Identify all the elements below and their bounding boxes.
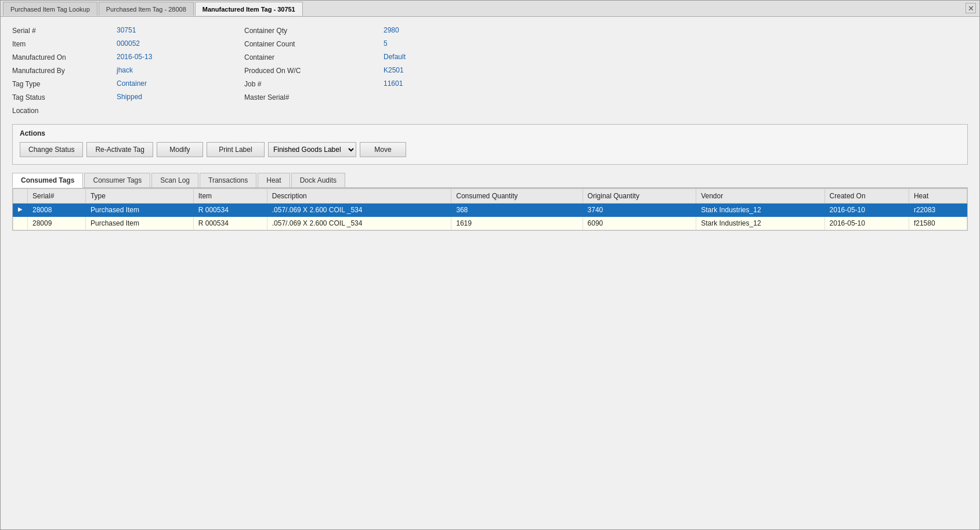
container-qty-label: Container Qty — [244, 26, 384, 35]
modify-button[interactable]: Modify — [157, 142, 203, 157]
col-heat: Heat — [909, 189, 967, 204]
col-description: Description — [267, 189, 451, 204]
tab-transactions[interactable]: Transactions — [200, 173, 256, 187]
job-label: Job # — [244, 79, 384, 88]
row-created-on: 2016-05-10 — [824, 204, 909, 217]
row-consumed-qty: 1619 — [451, 217, 583, 230]
consumed-tags-table: Serial# Type Item Description Consumed Q… — [12, 188, 968, 231]
container-count-value: 5 — [384, 39, 511, 48]
col-expand — [13, 189, 28, 204]
row-created-on: 2016-05-10 — [824, 217, 909, 230]
master-serial-label: Master Serial# — [244, 93, 384, 101]
row-expand-icon — [13, 217, 28, 230]
serial-label: Serial # — [12, 26, 117, 35]
job-value: 11601 — [384, 79, 511, 88]
container-qty-value: 2980 — [384, 26, 511, 35]
produced-on-wc-value: K2501 — [384, 66, 511, 75]
manufactured-by-value: jhack — [117, 66, 244, 75]
item-value: 000052 — [117, 39, 244, 48]
label-type-dropdown[interactable]: Finished Goods Label Other Label — [268, 142, 356, 157]
tab-manufactured-30751[interactable]: Manufactured Item Tag - 30751 — [195, 2, 303, 16]
row-heat: f21580 — [909, 217, 967, 230]
table-row[interactable]: ▶ 28008 Purchased Item R 000534 .057/.06… — [13, 204, 967, 217]
col-consumed-qty: Consumed Quantity — [451, 189, 583, 204]
row-expand-icon: ▶ — [13, 204, 28, 217]
col-type: Type — [85, 189, 193, 204]
row-item: R 000534 — [193, 204, 267, 217]
row-heat: r22083 — [909, 204, 967, 217]
tab-purchased-lookup[interactable]: Purchased Item Tag Lookup — [3, 2, 97, 16]
tab-heat[interactable]: Heat — [258, 173, 290, 187]
row-serial: 28009 — [28, 217, 86, 230]
actions-buttons: Change Status Re-Activate Tag Modify Pri… — [20, 142, 960, 157]
serial-value: 30751 — [117, 26, 244, 35]
row-serial: 28008 — [28, 204, 86, 217]
row-type: Purchased Item — [85, 204, 193, 217]
change-status-button[interactable]: Change Status — [20, 142, 83, 157]
field-grid: Serial # 30751 Container Qty 2980 Item 0… — [12, 26, 968, 115]
tab-purchased-28008[interactable]: Purchased Item Tag - 28008 — [99, 2, 194, 16]
container-count-label: Container Count — [244, 39, 384, 48]
col-created-on: Created On — [824, 189, 909, 204]
tab-consumer-tags[interactable]: Consumer Tags — [84, 173, 150, 187]
row-description: .057/.069 X 2.600 COIL _534 — [267, 204, 451, 217]
print-label-button[interactable]: Print Label — [207, 142, 265, 157]
row-original-qty: 6090 — [583, 217, 696, 230]
move-button[interactable]: Move — [360, 142, 406, 157]
master-serial-value — [384, 93, 511, 101]
row-vendor: Stark Industries_12 — [696, 217, 824, 230]
location-value — [117, 106, 244, 115]
sub-tabs: Consumed Tags Consumer Tags Scan Log Tra… — [12, 173, 968, 188]
row-item: R 000534 — [193, 217, 267, 230]
reactivate-tag-button[interactable]: Re-Activate Tag — [86, 142, 153, 157]
col-vendor: Vendor — [696, 189, 824, 204]
actions-group: Actions Change Status Re-Activate Tag Mo… — [12, 124, 968, 165]
main-content: Serial # 30751 Container Qty 2980 Item 0… — [1, 17, 979, 529]
label-type-select[interactable]: Finished Goods Label Other Label — [269, 143, 356, 157]
col-item: Item — [193, 189, 267, 204]
tag-type-value: Container — [117, 79, 244, 88]
tab-consumed-tags[interactable]: Consumed Tags — [12, 173, 83, 188]
row-consumed-qty: 368 — [451, 204, 583, 217]
item-label: Item — [12, 39, 117, 48]
actions-title: Actions — [20, 129, 960, 137]
row-vendor: Stark Industries_12 — [696, 204, 824, 217]
tag-status-label: Tag Status — [12, 93, 117, 101]
manufactured-on-value: 2016-05-13 — [117, 53, 244, 61]
tag-type-label: Tag Type — [12, 79, 117, 88]
container-value: Default — [384, 53, 511, 61]
main-window: Purchased Item Tag Lookup Purchased Item… — [0, 0, 980, 530]
col-original-qty: Original Quantity — [583, 189, 696, 204]
col-serial: Serial# — [28, 189, 86, 204]
manufactured-by-label: Manufactured By — [12, 66, 117, 75]
close-button[interactable]: ✕ — [965, 3, 976, 13]
table-row[interactable]: 28009 Purchased Item R 000534 .057/.069 … — [13, 217, 967, 230]
tab-bar: Purchased Item Tag Lookup Purchased Item… — [1, 1, 979, 17]
location-label: Location — [12, 106, 117, 115]
row-original-qty: 3740 — [583, 204, 696, 217]
row-type: Purchased Item — [85, 217, 193, 230]
manufactured-on-label: Manufactured On — [12, 53, 117, 61]
tag-status-value: Shipped — [117, 93, 244, 101]
produced-on-wc-label: Produced On W/C — [244, 66, 384, 75]
tab-dock-audits[interactable]: Dock Audits — [291, 173, 345, 187]
container-label: Container — [244, 53, 384, 61]
tab-scan-log[interactable]: Scan Log — [151, 173, 198, 187]
row-description: .057/.069 X 2.600 COIL _534 — [267, 217, 451, 230]
